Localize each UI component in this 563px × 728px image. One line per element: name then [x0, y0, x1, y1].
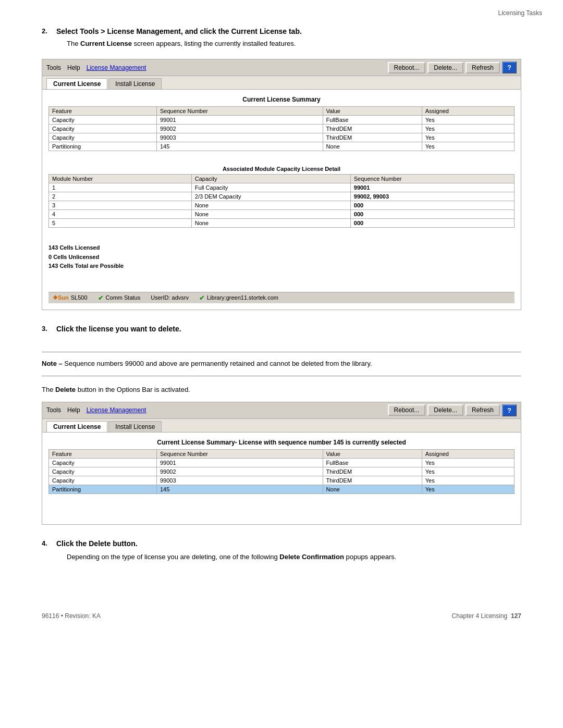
- ui1-toolbar-left: Tools Help License Management: [46, 64, 388, 71]
- ui2-toolbar-right: Reboot... Delete... Refresh ?: [388, 404, 517, 416]
- table-row[interactable]: Capacity99003ThirdDEMYes: [49, 476, 515, 485]
- table-row[interactable]: Partitioning145NoneYes: [49, 485, 515, 493]
- ui1-toolbar-right: Reboot... Delete... Refresh ?: [388, 61, 517, 73]
- step3-heading: Click the license you want to delete.: [56, 325, 181, 333]
- step4-heading: Click the Delete button.: [56, 539, 396, 548]
- ui1-col-assigned: Assigned: [422, 107, 514, 116]
- step3-number: 3.: [42, 325, 52, 342]
- ui-screenshot-2: Tools Help License Management Reboot... …: [42, 402, 521, 525]
- ui1-reboot-button[interactable]: Reboot...: [388, 62, 426, 73]
- ui1-summary-table: Feature Sequence Number Value Assigned C…: [48, 106, 515, 151]
- ui1-status-logo: ❖Sun SL500: [53, 294, 88, 301]
- ui1-userid-label: UserID: advsrv: [151, 294, 189, 301]
- table-row[interactable]: 1Full Capacity99001: [49, 183, 515, 192]
- ui1-col-value: Value: [323, 107, 422, 116]
- ui1-sun-logo: ❖Sun: [53, 294, 69, 301]
- ui1-comm-icon: ✔: [98, 294, 104, 302]
- step2-description: The Current License screen appears, list…: [56, 40, 302, 47]
- footer-right: Chapter 4 Licensing 127: [452, 612, 521, 620]
- step2-number: 2.: [42, 27, 52, 56]
- page-header: Licensing Tasks: [0, 0, 563, 17]
- ui1-refresh-button[interactable]: Refresh: [466, 62, 500, 73]
- ui1-delete-button[interactable]: Delete...: [427, 62, 463, 73]
- footer-left: 96116 • Revision: KA: [42, 612, 101, 620]
- step4-container: 4. Click the Delete button. Depending on…: [42, 539, 521, 563]
- ui1-library-label: Library:green11.stortek.com: [207, 294, 278, 301]
- step2-container: 2. Select Tools > License Management, an…: [42, 27, 521, 56]
- ui1-mod-col-module: Module Number: [49, 175, 192, 183]
- ui1-library: ✔ Library:green11.stortek.com: [199, 294, 278, 302]
- ui1-license-management-menu[interactable]: License Management: [87, 64, 146, 71]
- table-row[interactable]: Capacity99002ThirdDEMYes: [49, 125, 515, 133]
- ui2-col-seqnum: Sequence Number: [156, 449, 323, 458]
- ui2-col-assigned: Assigned: [422, 449, 514, 458]
- page-footer: 96116 • Revision: KA Chapter 4 Licensing…: [0, 602, 563, 630]
- page-header-text: Licensing Tasks: [498, 9, 543, 17]
- ui1-tools-menu[interactable]: Tools: [46, 64, 61, 71]
- ui1-mod-col-capacity: Capacity: [191, 175, 350, 183]
- ui1-module-title: Associated Module Capacity License Detai…: [48, 166, 515, 172]
- note-label: Note –: [42, 360, 63, 367]
- note-text: Sequence numbers 99000 and above are per…: [64, 360, 372, 367]
- ui1-summary-title: Current License Summary: [48, 96, 515, 103]
- table-row[interactable]: Capacity99001FullBaseYes: [49, 116, 515, 125]
- ui1-userid: UserID: advsrv: [151, 294, 189, 301]
- ui1-col-seqnum: Sequence Number: [156, 107, 323, 116]
- table-row[interactable]: 5None000: [49, 219, 515, 228]
- table-row[interactable]: 3None000: [49, 201, 515, 210]
- ui1-tab-install-license[interactable]: Install License: [108, 78, 162, 89]
- note-box: Note – Sequence numbers 99000 and above …: [42, 352, 521, 376]
- ui2-body: Current License Summary- License with se…: [42, 433, 521, 524]
- after-note: The Delete button in the Options Bar is …: [42, 386, 521, 393]
- ui1-tabs: Current License Install License: [42, 76, 521, 90]
- ui2-refresh-button[interactable]: Refresh: [466, 404, 500, 416]
- ui2-tabs: Current License Install License: [42, 419, 521, 433]
- ui1-body: Current License Summary Feature Sequence…: [42, 90, 521, 310]
- step4-heading-bold: Click the Delete button.: [56, 539, 138, 548]
- table-row[interactable]: 22/3 DEM Capacity99002, 99003: [49, 192, 515, 201]
- ui1-comm-status: ✔ Comm Status: [98, 294, 141, 302]
- ui-screenshot-1: Tools Help License Management Reboot... …: [42, 59, 521, 310]
- step3-heading-bold: Click the license you want to delete.: [56, 325, 181, 333]
- table-row[interactable]: Capacity99001FullBaseYes: [49, 458, 515, 467]
- ui2-summary-title: Current License Summary- License with se…: [48, 439, 515, 446]
- ui1-statusbar: ❖Sun SL500 ✔ Comm Status UserID: advsrv …: [48, 292, 515, 303]
- ui1-mod-col-seqnum: Sequence Number: [350, 175, 514, 183]
- ui2-delete-button[interactable]: Delete...: [427, 404, 463, 416]
- ui2-help-button[interactable]: ?: [502, 404, 517, 416]
- ui2-tools-menu[interactable]: Tools: [46, 406, 61, 414]
- ui2-license-management-menu[interactable]: License Management: [87, 406, 146, 414]
- ui1-col-feature: Feature: [49, 107, 157, 116]
- ui2-tab-install-license[interactable]: Install License: [108, 421, 162, 432]
- table-row[interactable]: Partitioning145NoneYes: [49, 142, 515, 151]
- ui2-tab-current-license[interactable]: Current License: [46, 421, 107, 432]
- ui2-reboot-button[interactable]: Reboot...: [388, 404, 426, 416]
- ui1-help-menu[interactable]: Help: [67, 64, 80, 71]
- ui2-summary-table: Feature Sequence Number Value Assigned C…: [48, 449, 515, 494]
- ui1-lib-icon: ✔: [199, 294, 205, 302]
- step4-description: Depending on the type of license you are…: [56, 552, 396, 563]
- ui2-toolbar: Tools Help License Management Reboot... …: [42, 402, 521, 419]
- ui2-col-value: Value: [323, 449, 422, 458]
- table-row[interactable]: 4None000: [49, 210, 515, 219]
- ui2-toolbar-left: Tools Help License Management: [46, 406, 388, 414]
- step4-number: 4.: [42, 539, 52, 563]
- ui1-tab-current-license[interactable]: Current License: [46, 78, 107, 89]
- step3-container: 3. Click the license you want to delete.: [42, 325, 521, 342]
- table-row[interactable]: Capacity99002ThirdDEMYes: [49, 467, 515, 476]
- step2-heading: Select Tools > License Management, and c…: [56, 27, 302, 35]
- step2-heading-bold: Select Tools > License Management, and c…: [56, 27, 302, 35]
- table-row[interactable]: Capacity99003ThirdDEMYes: [49, 133, 515, 142]
- ui1-help-button[interactable]: ?: [502, 61, 517, 73]
- ui2-col-feature: Feature: [49, 449, 157, 458]
- ui2-help-menu[interactable]: Help: [67, 406, 80, 414]
- ui1-module-table: Module Number Capacity Sequence Number 1…: [48, 174, 515, 228]
- ui1-sl500-label: SL500: [71, 294, 88, 301]
- ui1-comm-label: Comm Status: [106, 294, 141, 301]
- ui1-cells-info: 143 Cells Licensed0 Cells Unlicensed143 …: [48, 243, 515, 271]
- ui1-toolbar: Tools Help License Management Reboot... …: [42, 59, 521, 76]
